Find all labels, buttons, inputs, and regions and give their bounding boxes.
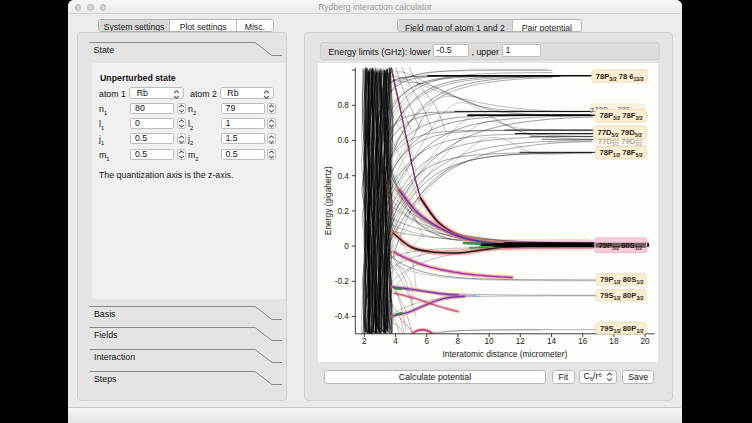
svg-text:0: 0 bbox=[344, 242, 349, 251]
svg-text:0.6: 0.6 bbox=[337, 136, 349, 145]
svg-text:16: 16 bbox=[578, 337, 588, 346]
svg-text:-0.4: -0.4 bbox=[335, 312, 350, 321]
svg-text:8: 8 bbox=[456, 337, 461, 346]
svg-text:0.4: 0.4 bbox=[337, 172, 349, 181]
svg-text:12: 12 bbox=[516, 337, 526, 346]
svg-text:20: 20 bbox=[641, 337, 651, 346]
svg-text:Energy (gigahertz): Energy (gigahertz) bbox=[324, 166, 334, 235]
svg-text:4: 4 bbox=[393, 337, 398, 346]
svg-text:2: 2 bbox=[362, 337, 367, 346]
svg-text:-0.2: -0.2 bbox=[335, 277, 350, 286]
svg-text:Interatomic distance (micromet: Interatomic distance (micrometer) bbox=[443, 349, 568, 359]
svg-text:7: 7 bbox=[590, 106, 594, 115]
svg-text:14: 14 bbox=[547, 337, 557, 346]
svg-text:0.8: 0.8 bbox=[337, 101, 349, 110]
svg-text:0.2: 0.2 bbox=[337, 207, 349, 216]
svg-text:18: 18 bbox=[609, 337, 619, 346]
svg-text:6: 6 bbox=[424, 337, 429, 346]
svg-text:10: 10 bbox=[485, 337, 495, 346]
